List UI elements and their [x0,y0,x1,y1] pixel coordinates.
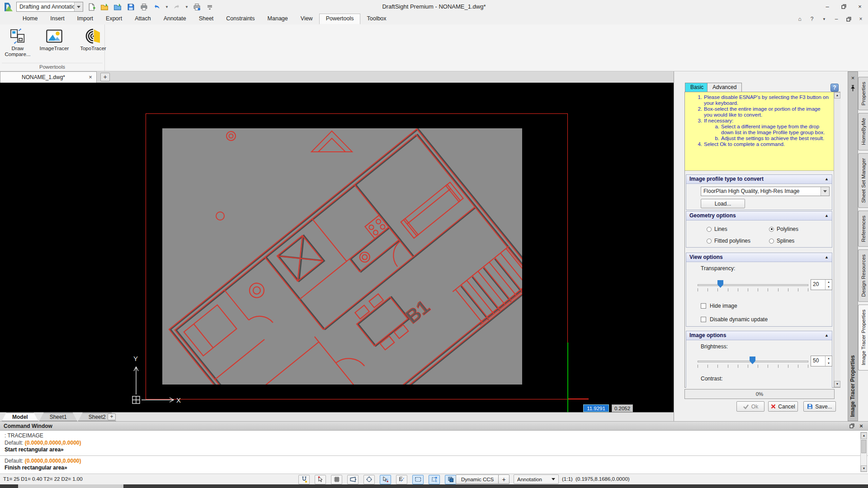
redo-button[interactable] [171,2,182,12]
sheet-tab-sheet1[interactable]: Sheet1 [39,413,77,421]
window-close-button[interactable]: × [856,2,863,10]
sheet-tab-model[interactable]: Model [2,413,38,421]
menu-tab-annotate[interactable]: Annotate [157,14,193,24]
spin-down-icon[interactable]: ▼ [826,361,832,366]
annotation-scale-dropdown[interactable]: Annotation [514,474,559,484]
menu-tab-constraints[interactable]: Constraints [220,14,261,24]
palette-tab-homebyme[interactable]: HomeByMe [858,113,868,150]
window-minimize-button[interactable]: – [824,2,831,10]
collapse-icon[interactable]: ▲ [825,333,829,338]
command-window-float-icon[interactable] [849,423,854,428]
radio-polylines[interactable]: Polylines [769,226,798,232]
document-tab-close-icon[interactable]: × [86,73,94,81]
scroll-down-icon[interactable]: ▼ [834,381,840,387]
workspace-selector[interactable]: Drafting and Annotation [16,2,83,12]
collapse-icon[interactable]: ▲ [825,177,829,181]
doc-restore-button[interactable] [846,17,851,22]
drawing-canvas[interactable]: B1 Y X 11.9291 0.2052 [0,83,674,412]
disable-dynamic-update-checkbox[interactable]: Disable dynamic update [701,316,768,323]
command-window-header[interactable]: Command Window × [0,421,868,431]
panel-close-icon[interactable]: × [849,75,857,82]
scrollbar-thumb[interactable] [861,440,866,453]
menu-tab-insert[interactable]: Insert [44,14,71,24]
scrollbar-thumb[interactable] [18,484,123,488]
brightness-slider-handle[interactable] [750,357,755,364]
draw-compare-tool[interactable]: Draw Compare... [4,27,32,57]
snap-grid-toggle[interactable] [331,475,342,484]
group-view-header[interactable]: View options▲ [686,253,832,262]
help-dropdown-icon[interactable]: ▼ [821,17,827,21]
customize-toolbar-button[interactable] [204,2,215,12]
group-image-header[interactable]: Image options▲ [686,331,832,340]
polar-toggle[interactable] [363,475,375,484]
new-file-button[interactable] [86,2,97,12]
radio-splines[interactable]: Splines [769,238,794,244]
brightness-spinbox[interactable]: 50 ▲▼ [811,356,832,366]
transparency-slider-handle[interactable] [717,280,723,288]
spin-up-icon[interactable]: ▲ [826,280,832,285]
tab-advanced[interactable]: Advanced [707,83,742,92]
save-button[interactable] [125,2,136,12]
open-file-button[interactable] [99,2,110,12]
menu-tab-manage[interactable]: Manage [261,14,294,24]
lineweight-toggle[interactable] [412,475,424,484]
transparency-slider-track[interactable] [698,284,808,286]
print-area-toggle[interactable] [429,475,440,484]
palette-tab-sheet-set-manager[interactable]: Sheet Set Manager [858,153,868,208]
topo-tracer-tool[interactable]: TopoTracer [77,27,109,57]
hide-image-checkbox[interactable]: Hide image [701,303,737,309]
menu-tab-import[interactable]: Import [71,14,99,24]
load-button[interactable]: Load... [701,199,745,208]
import-file-button[interactable] [112,2,123,12]
esnap-toggle[interactable] [298,475,310,484]
menu-tab-export[interactable]: Export [99,14,128,24]
entity-track-toggle[interactable] [315,475,326,484]
chevron-down-icon[interactable] [74,2,83,11]
panel-save-button[interactable]: Save... [803,401,836,412]
scroll-up-icon[interactable]: ▲ [861,432,867,439]
etrack-lines-toggle[interactable] [396,475,407,484]
collapse-icon[interactable]: ▲ [825,255,829,259]
doc-close-button[interactable]: × [858,16,863,22]
chevron-down-icon[interactable] [821,187,829,196]
scroll-down-icon[interactable]: ▼ [861,465,867,472]
overlap-toggle[interactable] [445,475,456,484]
group-image-profile-header[interactable]: Image profile type to convert▲ [686,175,832,184]
palette-tab-image-tracer-properties[interactable]: Image Tracer Properties [858,305,868,370]
undo-button[interactable] [151,2,162,12]
collapse-icon[interactable]: ▲ [825,213,829,218]
command-window-scrollbar[interactable]: ▲ ▼ [860,432,867,472]
help-button[interactable]: ? [809,16,815,22]
panel-scrollbar[interactable]: ▲ ▼ [834,92,840,387]
doc-minimize-button[interactable]: – [834,16,839,22]
menu-tab-view[interactable]: View [294,14,319,24]
command-window-close-icon[interactable]: × [858,422,864,429]
dynamic-ccs-button[interactable]: Dynamic CCS [456,474,499,484]
redo-dropdown-icon[interactable]: ▼ [184,2,189,12]
esnap-pointer-toggle[interactable] [380,475,391,484]
radio-lines[interactable]: Lines [707,226,727,232]
batch-print-button[interactable] [191,2,202,12]
command-window-log[interactable]: : TRACEIMAGEDefault: (0.0000,0.0000,0.00… [0,431,868,474]
spin-up-icon[interactable]: ▲ [826,356,832,361]
panel-help-button[interactable]: ? [830,84,839,92]
ribbon-collapse-icon[interactable]: ⌂ [797,16,802,22]
menu-tab-home[interactable]: Home [16,14,44,24]
palette-tab-properties[interactable]: Properties [858,77,868,110]
palette-tab-design-resources[interactable]: Design Resources [858,249,868,302]
ortho-toggle[interactable] [347,475,359,484]
image-tracer-tool[interactable]: ImageTracer [36,27,72,57]
spin-down-icon[interactable]: ▼ [826,285,832,290]
pin-icon[interactable] [849,84,856,92]
menu-tab-powertools[interactable]: Powertools [319,14,361,24]
tab-basic[interactable]: Basic [685,83,709,92]
new-sheet-button[interactable]: + [108,413,116,420]
menu-tab-toolbox[interactable]: Toolbox [360,14,392,24]
profile-type-combo[interactable]: FloorPlan High Quality, High-Res Image [701,187,830,196]
ok-button[interactable]: Ok [736,401,764,412]
radio-fitted-polylines[interactable]: Fitted polylines [707,238,750,244]
undo-dropdown-icon[interactable]: ▼ [165,2,169,12]
group-geometry-header[interactable]: Geometry options▲ [686,211,832,221]
palette-tab-references[interactable]: References [858,211,868,247]
document-tab[interactable]: NONAME_1.dwg* × [0,71,97,83]
